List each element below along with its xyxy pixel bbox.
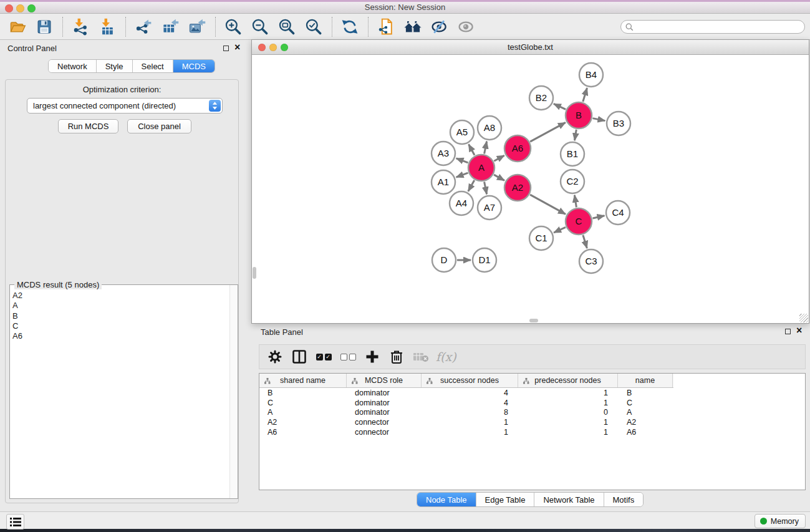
criterion-dropdown-value: largest connected component (directed): [33, 101, 176, 110]
export-network-icon[interactable]: [132, 16, 155, 38]
graph-edge-A-A1[interactable]: [456, 173, 468, 177]
memory-button[interactable]: Memory: [755, 514, 806, 528]
mcds-result-item[interactable]: A: [10, 301, 229, 311]
table-row[interactable]: Bdominator41B: [259, 388, 805, 398]
graph-node-label: C3: [585, 256, 597, 266]
column-header-mcds-role[interactable]: MCDS role: [347, 374, 422, 387]
graph-edge-B-B4[interactable]: [583, 88, 587, 102]
tab-style[interactable]: Style: [97, 60, 133, 72]
graph-edge-C-C3[interactable]: [583, 235, 587, 248]
delete-column-trash-icon[interactable]: [387, 347, 406, 366]
table-panel-title: Table Panel: [261, 327, 303, 337]
tab-motifs[interactable]: Motifs: [604, 493, 644, 506]
tab-network-table[interactable]: Network Table: [534, 493, 604, 506]
open-session-icon[interactable]: [6, 16, 29, 38]
export-table-icon[interactable]: [159, 16, 181, 38]
table-cell: 1: [518, 399, 618, 407]
table-panel-tabs: Node Table Edge Table Network Table Moti…: [417, 492, 644, 507]
select-all-rows-icon[interactable]: ✓✓: [314, 347, 333, 366]
mcds-result-item[interactable]: B: [10, 311, 229, 321]
table-row[interactable]: Adominator80A: [259, 408, 805, 418]
graph-edge-A6-B[interactable]: [530, 122, 566, 142]
refresh-icon[interactable]: [339, 16, 361, 38]
graph-edge-C-C4[interactable]: [593, 216, 605, 218]
graph-node-label: B2: [536, 92, 547, 103]
function-builder-icon: f(x): [436, 347, 456, 366]
graph-node-label: D1: [478, 254, 490, 265]
add-column-icon[interactable]: [363, 347, 382, 366]
delete-table-icon: [412, 347, 430, 366]
graph-edge-A-A7[interactable]: [485, 182, 487, 195]
table-row[interactable]: Cdominator41C: [259, 398, 805, 408]
column-visibility-icon[interactable]: [290, 347, 309, 366]
table-cell: A: [618, 408, 673, 417]
table-panel-close-icon[interactable]: ×: [796, 327, 802, 334]
home-icon[interactable]: [402, 16, 424, 38]
graph-edge-A2-C[interactable]: [530, 195, 566, 214]
graph-edge-A-A4[interactable]: [468, 180, 475, 191]
zoom-fit-icon[interactable]: [276, 16, 298, 38]
graph-edge-B-B2[interactable]: [554, 104, 566, 109]
network-vertical-scrollbar[interactable]: [253, 267, 256, 279]
column-header-predecessor-nodes[interactable]: predecessor nodes: [518, 374, 618, 387]
table-cell: C: [259, 399, 347, 407]
graph-edge-B-B3[interactable]: [593, 118, 605, 121]
hide-panel-eye-slash-icon[interactable]: [428, 16, 451, 38]
zoom-out-icon[interactable]: [249, 16, 271, 38]
graph-edge-B-B1[interactable]: [575, 130, 577, 141]
tab-mcds[interactable]: MCDS: [173, 60, 215, 72]
mcds-result-item[interactable]: C: [10, 321, 229, 331]
mcds-result-item[interactable]: A2: [10, 291, 229, 301]
zoom-in-icon[interactable]: [222, 16, 244, 38]
tab-edge-table[interactable]: Edge Table: [476, 493, 535, 506]
import-network-icon[interactable]: [69, 16, 92, 38]
show-panel-eye-icon[interactable]: [455, 16, 478, 38]
network-window-titlebar[interactable]: testGlobe.txt: [252, 40, 809, 55]
graph-edge-A-A8[interactable]: [485, 142, 487, 154]
network-from-file-icon[interactable]: [375, 16, 397, 38]
control-panel-close-icon[interactable]: ×: [234, 44, 240, 51]
graph-edge-C-C2[interactable]: [574, 195, 576, 208]
table-row[interactable]: A6connector11A6: [259, 427, 805, 437]
graph-edge-A-A3[interactable]: [456, 158, 468, 163]
run-mcds-button[interactable]: Run MCDS: [58, 119, 118, 133]
deselect-all-rows-icon[interactable]: [339, 347, 357, 366]
column-header-name[interactable]: name: [618, 374, 673, 387]
control-panel-float-icon[interactable]: [223, 46, 229, 51]
main-toolbar: [0, 14, 810, 40]
export-image-icon[interactable]: [186, 16, 208, 38]
column-header-shared-name[interactable]: shared name: [259, 374, 347, 387]
graph-edge-A-A6[interactable]: [494, 155, 504, 161]
graph-edge-C-C1[interactable]: [554, 227, 566, 233]
graph-edge-A-A2[interactable]: [494, 175, 504, 180]
table-cell: A: [259, 408, 347, 417]
graph-edge-A-A5[interactable]: [469, 144, 475, 155]
close-panel-button[interactable]: Close panel: [127, 119, 191, 133]
zoom-selected-icon[interactable]: [302, 16, 325, 38]
mcds-result-scrollbar[interactable]: [229, 285, 238, 498]
list-icon: [10, 517, 21, 527]
table-row[interactable]: A2connector11A2: [259, 417, 805, 427]
sort-icon: [427, 377, 433, 386]
fx-label: f(x): [436, 350, 456, 364]
graph-node-label: C1: [535, 233, 547, 243]
network-canvas[interactable]: B4B2BB3A8A5A6A3B1AA1C2A2A4A7C4CC1C3DD1: [252, 55, 809, 323]
save-session-icon[interactable]: [33, 16, 55, 38]
graph-node-label: B: [576, 110, 582, 120]
column-header-successor-nodes[interactable]: successor nodes: [422, 374, 518, 387]
table-settings-gear-icon[interactable]: [266, 347, 284, 366]
mcds-result-item[interactable]: A6: [10, 331, 229, 341]
tab-select[interactable]: Select: [133, 60, 173, 72]
search-input[interactable]: [636, 21, 804, 32]
network-horizontal-scrollbar[interactable]: [529, 319, 538, 322]
table-panel-float-icon[interactable]: [785, 329, 791, 334]
import-table-icon[interactable]: [96, 16, 118, 38]
table-body: Bdominator41BCdominator41CAdominator80AA…: [259, 388, 805, 437]
graph-node-label: C2: [566, 176, 578, 186]
search-field[interactable]: [620, 20, 805, 34]
tab-network[interactable]: Network: [49, 60, 97, 72]
task-history-button[interactable]: [6, 514, 24, 530]
tab-node-table[interactable]: Node Table: [417, 493, 476, 506]
criterion-dropdown[interactable]: largest connected component (directed): [27, 98, 223, 114]
network-resize-grip[interactable]: [799, 314, 808, 322]
